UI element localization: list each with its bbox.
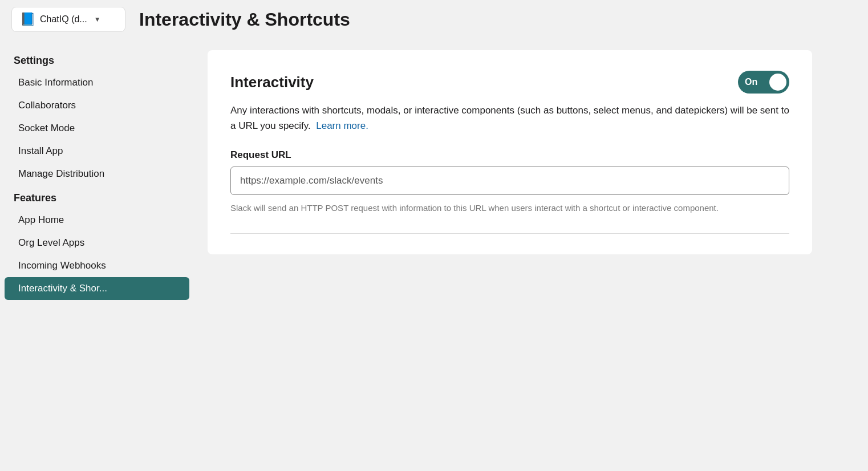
request-url-hint: Slack will send an HTTP POST request wit…	[230, 202, 789, 215]
toggle-container: On	[738, 71, 789, 94]
settings-section-title: Settings	[0, 48, 194, 71]
toggle-knob	[769, 74, 786, 91]
sidebar-item-install-app[interactable]: Install App	[5, 140, 189, 163]
sidebar-item-collaborators[interactable]: Collaborators	[5, 94, 189, 117]
sidebar-item-incoming-webhooks[interactable]: Incoming Webhooks	[5, 254, 189, 277]
sidebar-item-socket-mode[interactable]: Socket Mode	[5, 117, 189, 140]
sidebar-item-app-home[interactable]: App Home	[5, 209, 189, 232]
interactivity-section-title: Interactivity	[230, 74, 314, 91]
section-header: Interactivity On	[230, 71, 789, 94]
top-bar: 📘 ChatIQ (d... ▼ Interactivity & Shortcu…	[0, 0, 868, 39]
sidebar-item-org-level-apps[interactable]: Org Level Apps	[5, 232, 189, 254]
interactivity-description: Any interactions with shortcuts, modals,…	[230, 103, 789, 133]
request-url-label: Request URL	[230, 149, 789, 161]
page-title: Interactivity & Shortcuts	[139, 9, 350, 30]
interactivity-toggle[interactable]: On	[738, 71, 789, 94]
sidebar-item-interactivity-shortcuts[interactable]: Interactivity & Shor...	[5, 277, 189, 300]
sidebar-item-manage-distribution[interactable]: Manage Distribution	[5, 163, 189, 185]
learn-more-link[interactable]: Learn more.	[316, 120, 368, 131]
layout: Settings Basic Information Collaborators…	[0, 39, 868, 470]
main-content: Interactivity On Any interactions with s…	[194, 39, 868, 470]
request-url-input[interactable]	[230, 167, 789, 195]
app-selector[interactable]: 📘 ChatIQ (d... ▼	[11, 7, 125, 32]
sidebar-item-basic-information[interactable]: Basic Information	[5, 71, 189, 94]
section-divider	[230, 233, 789, 234]
app-icon: 📘	[20, 12, 35, 27]
content-card: Interactivity On Any interactions with s…	[208, 50, 812, 254]
app-name: ChatIQ (d...	[40, 14, 87, 25]
chevron-down-icon: ▼	[94, 15, 101, 23]
toggle-label: On	[745, 77, 757, 87]
sidebar: Settings Basic Information Collaborators…	[0, 39, 194, 470]
features-section-title: Features	[0, 185, 194, 209]
